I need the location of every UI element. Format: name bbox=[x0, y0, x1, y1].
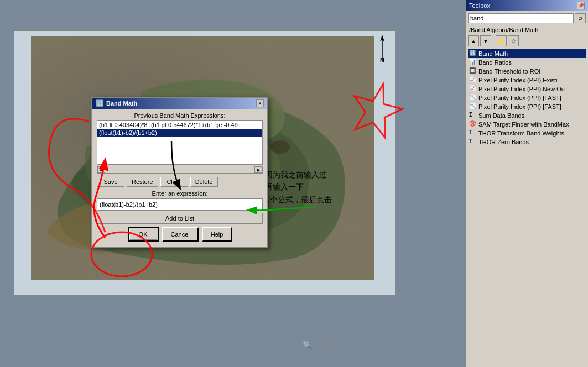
sam-icon: 🎯 bbox=[469, 120, 477, 128]
dialog-titlebar: 🔢 Band Math ✕ bbox=[92, 98, 267, 109]
band-math-dialog: 🔢 Band Math ✕ Previous Band Math Express… bbox=[91, 97, 268, 248]
restore-button[interactable]: Restore bbox=[127, 177, 158, 187]
expression-item-1[interactable]: (b1 lt 0.403404)*8+(b1 gt 0.544672)*1+(b… bbox=[97, 121, 262, 129]
tree-item-ppi-fast-2[interactable]: 📉 Pixel Purity Index (PPI) [FAST] bbox=[468, 102, 586, 111]
thor-icon-2: T bbox=[469, 138, 477, 146]
tree-item-ppi-fast-1[interactable]: 📉 Pixel Purity Index (PPI) [FAST] bbox=[468, 93, 586, 102]
dialog-btn-row: Save Restore Clear Delete bbox=[97, 177, 263, 187]
ppi-icon-1: 📈 bbox=[469, 76, 477, 84]
band-threshold-icon: 🔲 bbox=[469, 67, 477, 75]
north-arrow: N bbox=[374, 34, 391, 65]
thor-icon-1: T bbox=[469, 129, 477, 137]
ppi-fast-icon-1: 📉 bbox=[469, 94, 477, 102]
expressions-listbox[interactable]: (b1 lt 0.403404)*8+(b1 gt 0.544672)*1+(b… bbox=[97, 120, 263, 165]
svg-text:N: N bbox=[380, 57, 384, 64]
dialog-title-area: 🔢 Band Math bbox=[96, 99, 137, 107]
previous-expressions-label: Previous Band Math Expressions: bbox=[97, 112, 263, 119]
toolbox-search-row: ↺ bbox=[466, 11, 588, 25]
delete-button[interactable]: Delete bbox=[190, 177, 218, 187]
add-to-list-button[interactable]: Add to List bbox=[97, 213, 263, 224]
toolbox-pin-btn[interactable]: 📌 bbox=[577, 2, 585, 9]
expand-btn[interactable]: ▲ bbox=[468, 35, 479, 46]
north-arrow-svg: N bbox=[374, 34, 391, 64]
expression-input[interactable] bbox=[97, 198, 263, 211]
tree-item-band-ratios[interactable]: 📊 Band Ratios bbox=[468, 58, 586, 67]
watermark-text: 渣渣谭 bbox=[314, 340, 337, 349]
expression-item-2[interactable]: (float(b1)-b2)/(b1+b2) bbox=[97, 129, 262, 137]
dialog-body: Previous Band Math Expressions: (b1 lt 0… bbox=[92, 109, 267, 247]
clear-button[interactable]: Clear bbox=[160, 177, 188, 187]
expression-label: Enter an expression: bbox=[97, 190, 263, 197]
toolbox-titlebar: Toolbox 📌 bbox=[466, 0, 588, 11]
tree-item-thor-1[interactable]: T THOR Transform Band Weights bbox=[468, 129, 586, 138]
toolbox-title: Toolbox bbox=[469, 2, 490, 9]
dialog-bottom-btns: OK Cancel Help bbox=[97, 227, 263, 244]
toolbox-path: /Band Algebra/Band Math bbox=[466, 25, 588, 34]
save-button[interactable]: Save bbox=[97, 177, 124, 187]
tree-item-band-threshold[interactable]: 🔲 Band Threshold to ROI bbox=[468, 67, 586, 76]
help-button[interactable]: Help bbox=[202, 227, 232, 242]
dialog-close-btn[interactable]: ✕ bbox=[256, 99, 264, 107]
toolbox-tree: 🔢 Band Math 📊 Band Ratios 🔲 Band Thresho… bbox=[466, 48, 588, 148]
ok-btn-wrapper: OK bbox=[128, 227, 159, 242]
dialog-icon: 🔢 bbox=[96, 99, 104, 107]
scroll-right-btn[interactable]: ▶ bbox=[254, 166, 262, 173]
favorite-btn[interactable]: ⭐ bbox=[496, 35, 507, 46]
band-ratios-icon: 📊 bbox=[469, 59, 477, 66]
toolbox-toolbar: ▲ ▼ ⭐ ☆ bbox=[466, 34, 588, 48]
scroll-left-btn[interactable]: ◀ bbox=[97, 166, 105, 173]
tree-item-sam[interactable]: 🎯 SAM Target Finder with BandMax bbox=[468, 120, 586, 129]
tree-item-ppi-1[interactable]: 📈 Pixel Purity Index (PPI) Existi bbox=[468, 76, 586, 85]
star-btn[interactable]: ☆ bbox=[508, 35, 519, 46]
ok-button[interactable]: OK bbox=[129, 229, 157, 240]
tree-item-ppi-2[interactable]: 📈 Pixel Purity Index (PPI) New Ou bbox=[468, 85, 586, 93]
watermark: 🔍 渣渣谭 bbox=[303, 340, 337, 350]
ppi-fast-icon-2: 📉 bbox=[469, 103, 477, 111]
tree-item-sum-data[interactable]: Σ Sum Data Bands bbox=[468, 111, 586, 120]
dialog-scrollbar[interactable]: ◀ ▶ bbox=[97, 166, 263, 174]
ppi-icon-2: 📈 bbox=[469, 85, 477, 93]
collapse-btn[interactable]: ▼ bbox=[480, 35, 491, 46]
sum-icon: Σ bbox=[469, 112, 477, 119]
toolbox-refresh-btn[interactable]: ↺ bbox=[575, 13, 586, 23]
tree-item-band-math[interactable]: 🔢 Band Math bbox=[468, 49, 586, 58]
tree-item-thor-2[interactable]: T THOR Zero Bands bbox=[468, 138, 586, 146]
toolbox-panel: Toolbox 📌 ↺ /Band Algebra/Band Math ▲ ▼ … bbox=[465, 0, 588, 367]
dialog-title: Band Math bbox=[106, 100, 137, 107]
cancel-button[interactable]: Cancel bbox=[162, 227, 199, 242]
toolbox-search-input[interactable] bbox=[468, 13, 574, 23]
watermark-icon: 🔍 bbox=[303, 340, 312, 349]
svg-point-4 bbox=[270, 140, 290, 154]
band-math-icon: 🔢 bbox=[469, 50, 477, 57]
